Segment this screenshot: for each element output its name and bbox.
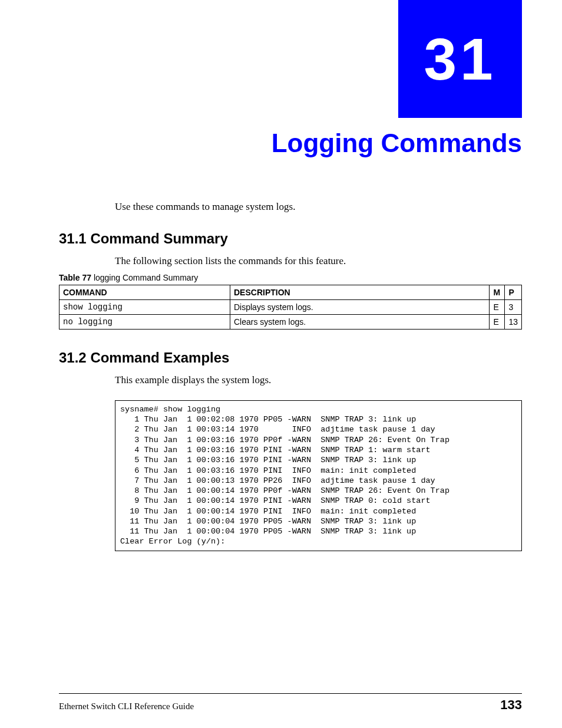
table-row: no logging Clears system logs. E 13: [59, 314, 522, 329]
chapter-title: Logging Commands: [97, 129, 522, 158]
table-caption: Table 77 logging Command Summary: [59, 273, 522, 282]
table-header-row: COMMAND DESCRIPTION M P: [59, 285, 522, 299]
header-p: P: [505, 285, 522, 299]
section-1-heading: 31.1 Command Summary: [59, 230, 522, 247]
chapter-intro: Use these commands to manage system logs…: [115, 200, 522, 214]
section-1-text: The following section lists the commands…: [115, 255, 522, 267]
table-caption-label: Table 77: [59, 273, 91, 282]
example-output: sysname# show logging 1 Thu Jan 1 00:02:…: [115, 400, 522, 551]
chapter-number-box: 31: [398, 0, 522, 118]
header-description: DESCRIPTION: [230, 285, 490, 299]
section-2-text: This example displays the system logs.: [115, 374, 522, 386]
cell-description: Clears system logs.: [230, 314, 490, 329]
header-command: COMMAND: [59, 285, 230, 299]
command-summary-table: COMMAND DESCRIPTION M P show logging Dis…: [59, 285, 522, 330]
footer-page-number: 133: [500, 697, 522, 713]
chapter-number: 31: [424, 25, 496, 93]
cell-m: E: [490, 299, 505, 314]
cell-m: E: [490, 314, 505, 329]
page-footer: Ethernet Switch CLI Reference Guide 133: [59, 693, 522, 713]
page-body: Use these commands to manage system logs…: [59, 200, 522, 551]
cell-p: 3: [505, 299, 522, 314]
cell-command: show logging: [59, 299, 230, 314]
cell-description: Displays system logs.: [230, 299, 490, 314]
table-row: show logging Displays system logs. E 3: [59, 299, 522, 314]
header-m: M: [490, 285, 505, 299]
cell-command: no logging: [59, 314, 230, 329]
section-2-heading: 31.2 Command Examples: [59, 350, 522, 366]
footer-doc-title: Ethernet Switch CLI Reference Guide: [59, 701, 194, 711]
table-caption-text: logging Command Summary: [91, 273, 198, 282]
cell-p: 13: [505, 314, 522, 329]
